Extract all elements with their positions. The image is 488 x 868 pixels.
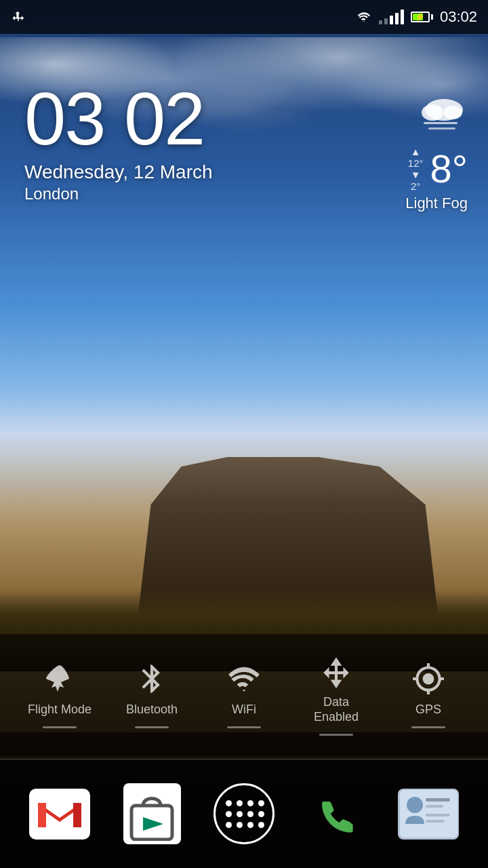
svg-point-2 <box>443 106 462 119</box>
svg-rect-7 <box>73 803 81 827</box>
phone-icon <box>309 787 363 841</box>
usb-icon <box>11 10 24 24</box>
data-label: Data Enabled <box>302 695 370 724</box>
status-time: 03:02 <box>440 8 477 26</box>
gps-bar <box>411 726 445 728</box>
svg-rect-15 <box>426 820 445 823</box>
phone-app[interactable] <box>302 780 370 848</box>
apps-grid-icon <box>226 800 263 828</box>
toggle-flight-mode[interactable]: Flight Mode <box>26 662 94 729</box>
svg-point-16 <box>407 797 423 813</box>
svg-marker-9 <box>143 817 163 831</box>
data-icon <box>319 654 353 688</box>
svg-rect-3 <box>424 122 458 124</box>
toggle-wifi[interactable]: WiFi <box>210 662 278 729</box>
wifi-bar <box>227 726 261 728</box>
svg-rect-14 <box>426 814 450 816</box>
svg-point-1 <box>422 104 443 121</box>
play-store-icon <box>123 783 181 844</box>
app-drawer-button[interactable] <box>210 780 278 848</box>
toggle-bluetooth[interactable]: Bluetooth <box>118 662 186 729</box>
weather-description: Light Fog <box>405 195 468 212</box>
quick-toggles-panel: Flight Mode Bluetooth WiFi Data Enabled … <box>0 634 488 756</box>
bluetooth-icon <box>135 662 169 696</box>
temp-high: 12° <box>408 157 424 169</box>
clock-time: 03 02 <box>24 81 213 156</box>
gps-label: GPS <box>415 703 441 717</box>
weather-widget[interactable]: ▲ 12° ▼ 2° 8° Light Fog <box>405 95 468 212</box>
svg-rect-12 <box>426 798 450 802</box>
flight-mode-icon <box>43 662 77 696</box>
wifi-status-icon <box>356 10 372 24</box>
svg-point-10 <box>310 788 362 840</box>
gps-icon <box>411 662 445 696</box>
svg-rect-13 <box>426 805 443 808</box>
wifi-toggle-icon <box>227 662 261 696</box>
temp-low: 2° <box>411 180 420 192</box>
clock-widget[interactable]: 03 02 Wednesday, 12 March London <box>24 81 213 203</box>
bluetooth-label: Bluetooth <box>126 703 178 717</box>
svg-rect-6 <box>38 803 46 827</box>
status-left-icons <box>11 10 24 24</box>
status-bar: ⚡ 03:02 <box>0 0 488 34</box>
cell-signal-icon <box>379 9 404 24</box>
temp-current: 8° <box>430 149 468 189</box>
battery-icon: ⚡ <box>411 12 433 22</box>
clock-date: Wednesday, 12 March <box>24 161 213 183</box>
gmail-icon <box>29 789 90 840</box>
app-drawer-circle <box>214 783 274 844</box>
toggle-data[interactable]: Data Enabled <box>302 654 370 736</box>
status-right-icons: ⚡ 03:02 <box>356 8 477 26</box>
wifi-label: WiFi <box>232 703 256 717</box>
flight-mode-bar <box>43 726 77 728</box>
svg-rect-4 <box>428 127 455 130</box>
weather-condition-icon <box>405 95 468 135</box>
contacts-icon <box>398 789 459 840</box>
contacts-app[interactable] <box>394 780 462 848</box>
dock <box>0 760 488 868</box>
flight-mode-label: Flight Mode <box>28 703 92 717</box>
play-store-app[interactable] <box>118 780 186 848</box>
gmail-app[interactable] <box>26 780 94 848</box>
data-bar <box>319 734 353 736</box>
toggle-gps[interactable]: GPS <box>394 662 462 729</box>
bluetooth-bar <box>135 726 169 728</box>
weather-temps: ▲ 12° ▼ 2° 8° Light Fog <box>405 146 468 212</box>
clock-location: London <box>24 184 213 203</box>
